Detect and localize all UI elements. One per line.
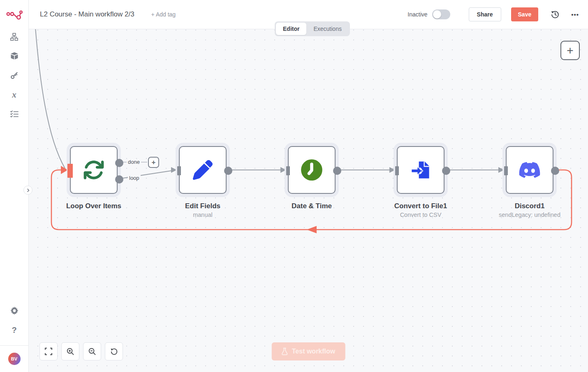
tab-executions[interactable]: Executions [306,23,348,35]
pencil-icon [193,160,213,180]
sidebar-item-help[interactable]: ? [10,326,19,334]
save-button[interactable]: Save [511,7,539,21]
zoom-in-icon [67,348,74,356]
node-subtitle: Convert to CSV [400,212,442,218]
sidebar-bottom: ? BV [0,307,28,372]
sitemap-icon [10,33,18,41]
sidebar-item-templates[interactable] [10,52,19,60]
output-port[interactable] [224,167,232,175]
output-label-done: done [127,159,141,165]
arrowhead-left-icon [307,226,317,233]
output-port[interactable] [442,167,450,175]
fit-view-button[interactable] [39,342,58,360]
input-port[interactable] [504,166,508,175]
node-edit-fields[interactable]: Edit Fields manual [179,146,227,194]
n8n-logo[interactable] [0,0,28,29]
avatar[interactable]: BV [8,353,21,365]
sidebar-item-credentials[interactable] [10,71,19,79]
tab-editor[interactable]: Editor [276,23,306,35]
node-convert-to-file[interactable]: Convert to File1 Convert to CSV [397,146,444,194]
n8n-logo-icon [6,9,23,20]
node-title: Date & Time [292,202,332,210]
loop-icon [83,159,104,181]
clock-icon [300,158,323,181]
node-title: Discord1 [515,202,545,210]
avatar-zone: BV [0,345,28,372]
node-discord[interactable]: Discord1 sendLegacy: undefined [506,146,553,194]
reset-zoom-button[interactable] [105,342,123,360]
history-icon [551,10,560,19]
node-subtitle: sendLegacy: undefined [499,212,560,218]
editor-executions-tabs: Editor Executions [275,21,350,36]
sidebar-item-workflows[interactable] [10,33,19,41]
input-port[interactable] [67,164,73,178]
more-options-button[interactable]: ••• [571,11,579,18]
output-label-loop: loop [128,175,141,181]
key-icon [10,72,18,79]
zoom-in-button[interactable] [61,342,79,360]
file-import-icon [410,159,431,181]
node-loop-over-items[interactable]: Loop Over Items [70,146,118,194]
node-box[interactable] [179,146,227,194]
node-box[interactable] [506,146,553,194]
output-port-done[interactable] [115,159,123,167]
zoom-out-button[interactable] [83,342,101,360]
test-workflow-label: Test workflow [292,348,336,355]
input-port[interactable] [286,166,290,175]
list-check-icon [10,110,19,118]
workflow-title[interactable]: L2 Course - Main workflow 2/3 [40,10,134,19]
zoom-out-icon [88,348,96,356]
sidebar-item-executions[interactable] [10,110,19,118]
question-icon: ? [12,326,16,334]
test-workflow-button[interactable]: Test workflow [272,342,345,360]
active-state-label: Inactive [407,11,427,18]
node-title: Convert to File1 [394,202,447,210]
input-port[interactable] [395,166,399,175]
left-sidebar: x ? BV [0,0,29,372]
add-tag-button[interactable]: + Add tag [151,11,176,18]
workflow-canvas[interactable]: done loop + Loop Over Items Edit Fields … [29,29,588,372]
node-title: Edit Fields [185,202,220,210]
node-date-time[interactable]: Date & Time [288,146,336,194]
output-port-loop[interactable] [115,175,123,184]
canvas-controls [39,342,123,360]
sidebar-item-settings[interactable] [10,307,19,315]
sidebar-nav: x [10,29,19,118]
box-icon [10,52,19,60]
input-port[interactable] [177,166,181,175]
arrowhead-icon [280,167,286,173]
share-button[interactable]: Share [469,7,501,21]
variables-icon: x [12,91,16,99]
output-port[interactable] [333,167,341,175]
node-box[interactable] [288,146,336,194]
topbar-actions: Inactive Share Save ••• [407,7,579,21]
output-port[interactable] [551,167,559,175]
node-box[interactable] [397,146,444,194]
node-title: Loop Over Items [66,202,121,210]
connections-layer [29,29,588,372]
add-node-button[interactable]: + [560,41,580,60]
add-node-from-done-button[interactable]: + [148,157,159,168]
flask-icon [282,348,288,355]
fit-view-icon [45,348,52,355]
arrowhead-icon [171,167,177,173]
arrowhead-icon [389,167,395,173]
toggle-knob [433,10,441,19]
reset-zoom-icon [110,348,118,356]
connection-incoming[interactable] [35,29,65,168]
avatar-initials: BV [11,356,17,361]
arrowhead-icon [498,167,504,173]
gear-icon [10,307,19,315]
node-subtitle: manual [193,212,213,218]
sidebar-item-variables[interactable]: x [10,91,19,99]
chevron-right-icon [26,188,30,192]
active-toggle[interactable] [432,9,450,19]
version-history-button[interactable] [550,9,560,19]
sidebar-expand-button[interactable] [23,186,32,195]
node-box[interactable] [70,146,118,194]
discord-icon [518,161,541,179]
